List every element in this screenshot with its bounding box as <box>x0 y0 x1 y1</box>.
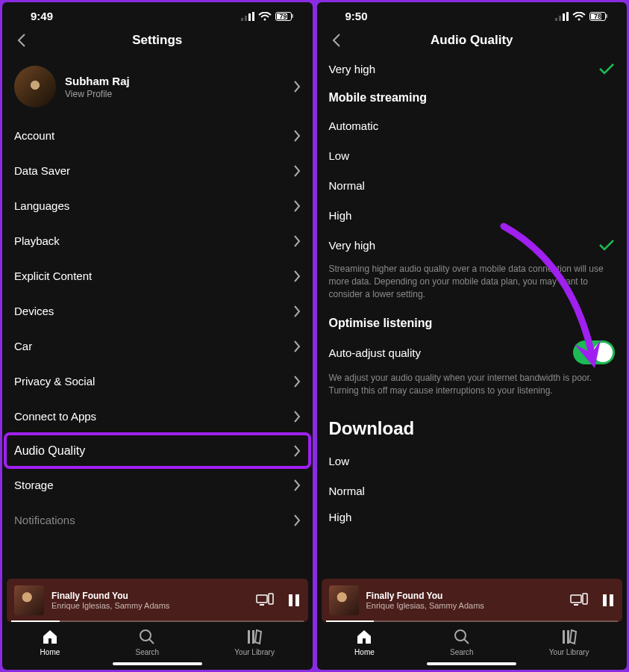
svg-point-24 <box>455 630 466 641</box>
svg-rect-23 <box>610 594 613 606</box>
option-very-high[interactable]: Very high <box>329 230 616 260</box>
setting-notifications[interactable]: Notifications <box>14 503 301 538</box>
nav-library[interactable]: Your Library <box>549 628 589 656</box>
chevron-right-icon <box>293 411 301 423</box>
battery-indicator: 79 <box>275 12 293 21</box>
status-bar: 9:49 79 <box>2 2 313 25</box>
chevron-right-icon <box>293 376 301 388</box>
back-button[interactable] <box>328 31 345 49</box>
nav-search[interactable]: Search <box>450 628 474 656</box>
pause-icon[interactable] <box>287 593 301 608</box>
chevron-right-icon <box>293 165 301 177</box>
chevron-right-icon <box>293 479 301 491</box>
svg-rect-5 <box>257 595 267 603</box>
setting-devices[interactable]: Devices <box>14 293 301 329</box>
page-header: Settings <box>2 25 313 55</box>
home-indicator[interactable] <box>113 662 202 665</box>
section-mobile-streaming: Mobile streaming <box>329 91 616 105</box>
profile-subtitle: View Profile <box>65 89 284 99</box>
track-title: Finally Found You <box>51 591 248 601</box>
setting-account[interactable]: Account <box>14 118 301 153</box>
battery-indicator: 78 <box>589 12 607 21</box>
nav-home[interactable]: Home <box>40 628 60 656</box>
streaming-help-text: Streaming higher audio quality over a mo… <box>329 263 616 300</box>
svg-rect-19 <box>571 595 581 603</box>
now-playing-bar[interactable]: Finally Found You Enrique Iglesias, Samm… <box>7 579 308 622</box>
option-very-high-wifi[interactable]: Very high <box>329 55 616 82</box>
auto-adjust-toggle[interactable] <box>573 340 615 364</box>
track-title: Finally Found You <box>366 591 563 601</box>
option-automatic[interactable]: Automatic <box>329 111 616 140</box>
svg-rect-6 <box>269 594 273 604</box>
library-icon <box>560 628 578 646</box>
download-option-normal[interactable]: Normal <box>329 476 616 506</box>
nav-library[interactable]: Your Library <box>234 628 275 656</box>
svg-rect-13 <box>252 630 254 644</box>
svg-rect-0 <box>241 18 243 21</box>
audio-quality-content: Very high Mobile streaming Automatic Low… <box>317 55 628 579</box>
svg-rect-12 <box>248 630 250 644</box>
setting-connect-to-apps[interactable]: Connect to Apps <box>14 399 301 434</box>
home-indicator[interactable] <box>427 662 516 665</box>
setting-storage[interactable]: Storage <box>14 467 301 503</box>
svg-rect-8 <box>289 594 292 606</box>
back-button[interactable] <box>13 31 31 49</box>
checkmark-icon <box>598 63 615 75</box>
svg-rect-7 <box>260 604 264 606</box>
chevron-right-icon <box>293 445 301 457</box>
svg-line-11 <box>149 639 154 644</box>
nav-home[interactable]: Home <box>354 628 375 656</box>
option-low[interactable]: Low <box>329 140 616 170</box>
svg-rect-14 <box>555 18 557 21</box>
pause-icon[interactable] <box>601 593 615 608</box>
setting-data-saver[interactable]: Data Saver <box>14 153 301 188</box>
signal-icon <box>241 12 254 21</box>
nav-search[interactable]: Search <box>135 628 159 656</box>
progress-fill <box>11 620 60 622</box>
svg-rect-27 <box>567 630 569 644</box>
setting-languages[interactable]: Languages <box>14 188 301 223</box>
auto-adjust-label: Auto-adjust quality <box>329 346 421 359</box>
svg-rect-16 <box>563 13 565 21</box>
album-art <box>329 585 359 615</box>
search-icon <box>138 628 156 646</box>
chevron-right-icon <box>293 270 301 282</box>
phone-left-settings: 9:49 79 Settings Subham Raj View Profile… <box>2 2 313 670</box>
download-option-high[interactable]: High <box>329 506 616 529</box>
svg-rect-21 <box>574 604 578 606</box>
signal-icon <box>555 12 569 21</box>
profile-row[interactable]: Subham Raj View Profile <box>14 55 301 118</box>
setting-playback[interactable]: Playback <box>14 223 301 258</box>
download-option-low[interactable]: Low <box>329 447 616 476</box>
profile-name: Subham Raj <box>65 75 284 87</box>
option-normal[interactable]: Normal <box>329 170 616 200</box>
progress-fill <box>326 620 375 622</box>
setting-audio-quality-highlighted[interactable]: Audio Quality <box>4 432 311 469</box>
checkmark-icon <box>598 239 615 251</box>
bottom-nav: Home Search Your Library <box>2 622 313 659</box>
svg-rect-20 <box>583 594 587 604</box>
setting-car[interactable]: Car <box>14 329 301 364</box>
library-icon <box>245 628 263 646</box>
svg-rect-22 <box>603 594 607 606</box>
svg-rect-2 <box>248 13 251 21</box>
devices-icon[interactable] <box>570 593 588 608</box>
phone-right-audio-quality: 9:50 78 Audio Quality Very high Mobile s… <box>317 2 628 670</box>
search-icon <box>453 628 471 646</box>
setting-explicit-content[interactable]: Explicit Content <box>14 258 301 293</box>
devices-icon[interactable] <box>256 593 274 608</box>
setting-privacy-social[interactable]: Privacy & Social <box>14 364 301 399</box>
now-playing-bar[interactable]: Finally Found You Enrique Iglesias, Samm… <box>322 579 623 622</box>
svg-rect-9 <box>295 594 299 606</box>
svg-rect-17 <box>566 12 569 21</box>
svg-point-10 <box>140 630 151 641</box>
chevron-right-icon <box>293 514 301 526</box>
option-high[interactable]: High <box>329 200 616 230</box>
auto-adjust-help-text: We adjust your audio quality when your i… <box>329 372 616 397</box>
bottom-nav: Home Search Your Library <box>317 622 628 659</box>
chevron-right-icon <box>293 81 301 93</box>
svg-rect-1 <box>245 16 247 21</box>
auto-adjust-row: Auto-adjust quality <box>329 336 616 369</box>
avatar <box>14 66 56 108</box>
svg-point-18 <box>578 18 581 20</box>
